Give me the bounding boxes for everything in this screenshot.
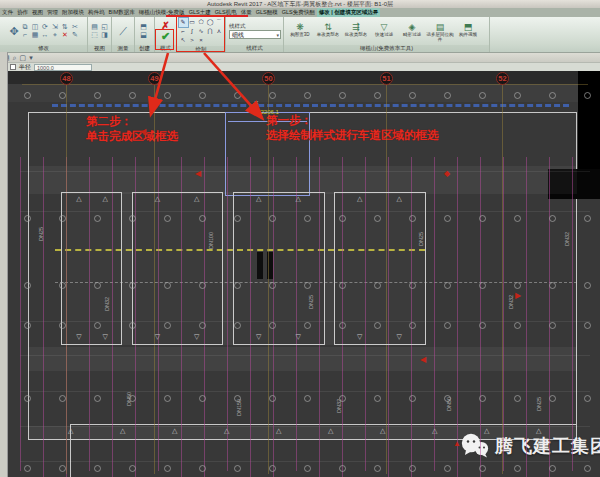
reveal-icon[interactable]: ◨ [100,31,109,39]
gls-tool-strip: ❋构图查3D⇅单改类型名⇶批改类型名▽快速过滤◈畸形过滤▤适多层同位构件⬒构件调… [286,21,482,42]
column-circle [444,282,451,289]
gls-tool-1[interactable]: ⇅单改类型名 [314,22,342,37]
column-circle [199,395,206,402]
create-similar-icon[interactable]: ⬓ [139,31,148,39]
pipe-label: DN150 [236,399,242,416]
draw-more-icon[interactable]: × [197,36,206,45]
draw-rectangle-icon[interactable]: ▭ [188,18,197,27]
column-circle [304,322,311,329]
delete-icon[interactable]: ✕ [61,31,70,39]
zone-triangle-down: ▽ [256,333,261,340]
drawing-canvas[interactable]: × 22206.1 第二步： 单击完成区域框选 第一步： 选择绘制样式进行车道区… [8,71,600,477]
edge-triangle-up: △ [172,427,177,434]
ribbon-spacer [490,17,600,52]
dropdown-icon[interactable]: ▾ [29,53,33,62]
ribbon-tab-3[interactable]: 管理 [45,8,60,17]
panel-gls: ❋构图查3D⇅单改类型名⇶批改类型名▽快速过滤◈畸形过滤▤适多层同位构件⬒构件调… [284,17,490,52]
draw-fillet-icon[interactable]: ⌐ [179,27,188,36]
gls-tool-5[interactable]: ▤适多层同位构件 [426,22,454,42]
column-circle [304,92,311,99]
annotation-step1-title: 第一步： [266,113,439,128]
pick-lines-icon[interactable]: ↖ [179,36,188,45]
column-circle [269,282,276,289]
mirror-icon[interactable]: ◫ [31,23,40,31]
pick-walls-icon[interactable]: > [188,36,197,45]
ribbon-tab-4[interactable]: 附加模块 [60,8,86,17]
array-icon[interactable]: ▦ [31,31,40,39]
isolate-icon[interactable]: ⬚ [90,31,99,39]
align-icon[interactable]: ⇅ [61,23,70,31]
zone-triangle-up: △ [357,195,362,202]
radius-checkbox[interactable] [10,64,16,70]
column-circle [584,215,591,222]
gls-tool-0[interactable]: ❋构图查3D [286,22,314,37]
window-icon[interactable]: ▢ [20,53,27,62]
cope-icon[interactable]: ⧉ [21,23,30,31]
ribbon: ✥ ⧉ ◫ ⟳ ⇲ ⇅ ✂ ⌐ ▦ ↔ ⌖ ✕ ✎ 修改 [0,17,600,52]
column-circle [374,465,381,472]
zoom-icon[interactable]: ⌕ [13,53,17,62]
draw-polygon-icon[interactable]: ⬠ [197,18,206,27]
ribbon-tab-5[interactable]: 构件坞 [86,8,107,17]
draw-circle-icon[interactable]: ◯ [206,18,215,27]
draw-line-icon[interactable]: ✎ [179,18,188,27]
ribbon-tab-2[interactable]: 视图 [30,8,45,17]
create-group-icon[interactable]: ⬒ [139,23,148,31]
ribbon-tab-11[interactable]: GLS翻模 [254,8,280,17]
edge-triangle-up: △ [484,427,489,434]
parking-zone [132,192,223,345]
scale-icon[interactable]: ↔ [41,31,50,39]
ribbon-tab-6[interactable]: BIM数据库 [107,8,137,17]
move-icon[interactable]: ✥ [8,25,21,37]
column-circle [374,322,381,329]
pipe-label: DN100 [208,232,214,249]
pipe-label: DN25 [536,397,542,411]
options-bar: 半径 1000.0 [0,62,600,71]
split-icon[interactable]: ✂ [71,23,80,31]
radius-input[interactable]: 1000.0 [34,64,92,71]
finish-sketch-icon[interactable]: ✔ [161,31,170,42]
structure-line [20,355,590,356]
hide-icon[interactable]: ◱ [100,23,109,31]
pipe-line [480,157,481,477]
texture-band [325,192,334,345]
trim-icon[interactable]: ⌐ [21,31,30,39]
gls-tool-3[interactable]: ▽快速过滤 [370,22,398,37]
parking-zone [233,192,325,345]
edge-triangle-up: △ [432,427,437,434]
panel-measure: ⟋ 测量 [112,17,135,52]
gls-tool-icon: ▽ [381,22,388,32]
offset-icon[interactable]: ⇲ [51,23,60,31]
pipe-label: DN25 [418,232,424,246]
column-circle [59,92,66,99]
gls-tool-6[interactable]: ⬒构件调频 [454,22,482,37]
window-title: Autodesk Revit 2017 - A区地下车库-两翼板整合.rvt -… [207,1,393,7]
column-circle [339,92,346,99]
thin-lines-icon[interactable]: ▤ [90,23,99,31]
gls-tool-2[interactable]: ⇶批改类型名 [342,22,370,37]
draw-arc-icon[interactable]: ⌒ [215,18,224,27]
rotate-icon[interactable]: ⟳ [41,23,50,31]
pipe-line [549,157,550,477]
ribbon-tab-1[interactable]: 协作 [15,8,30,17]
gls-tool-4[interactable]: ◈畸形过滤 [398,22,426,37]
line-style-dropdown[interactable]: 细线 [229,30,281,39]
draw-tangent-arc-icon[interactable]: ʃ [188,27,197,36]
column-circle [234,215,241,222]
column-circle [164,322,171,329]
pipe-label: DN50 [126,392,132,406]
column-circle [549,322,556,329]
draw-spline-icon[interactable]: ∿ [197,27,206,36]
measure-icon[interactable]: ⟋ [117,25,130,37]
ribbon-tab-0[interactable]: 文件 [0,8,15,17]
draw-partial-ellipse-icon[interactable]: ⋏ [215,27,224,36]
column-circle [584,282,591,289]
ribbon-tab-13[interactable]: 修改 | 创建填充区域边界 [317,8,381,17]
ribbon-tab-12[interactable]: GLS免费快翻 [280,8,317,17]
red-plan-mark: ◀ [195,170,201,178]
pin-icon[interactable]: ⌖ [51,31,60,39]
paint-icon[interactable]: ✎ [71,31,80,39]
draw-ellipse-icon[interactable]: ⋂ [206,27,215,36]
column-circle [584,465,591,472]
cancel-sketch-icon[interactable]: ✗ [161,21,169,31]
